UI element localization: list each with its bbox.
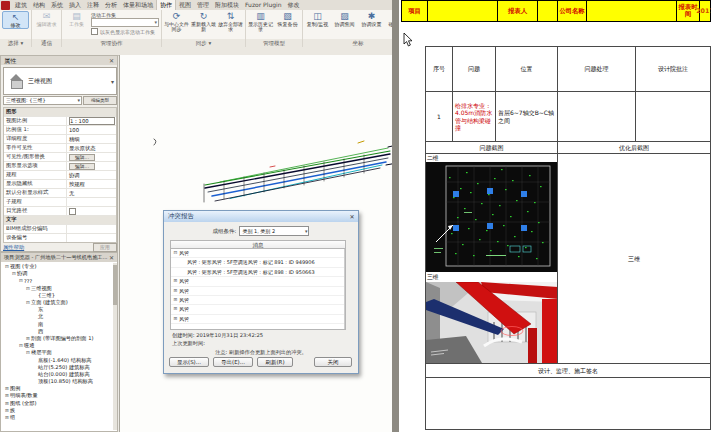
edit-button[interactable]: 编辑... bbox=[69, 154, 95, 161]
ribbon-group-label[interactable]: 管理模型 bbox=[246, 39, 302, 47]
header-reporter-value[interactable] bbox=[537, 0, 558, 22]
ribbon-group-label[interactable]: 坐标 bbox=[303, 39, 399, 47]
revit-logo-icon[interactable] bbox=[1, 1, 10, 10]
ribbon-button-5-1[interactable]: ▨协调查阅 bbox=[332, 11, 357, 27]
property-value[interactable]: 无 bbox=[66, 189, 116, 197]
close-button[interactable]: 关闭 bbox=[314, 357, 352, 367]
optimized-3d-cell[interactable]: 三维 bbox=[557, 153, 711, 364]
ribbon-button-5-2[interactable]: ✱协调设置 bbox=[359, 11, 384, 27]
ribbon-button-2-0[interactable]: ▤工作集 bbox=[64, 11, 89, 27]
tree-item[interactable]: ⊟??? bbox=[2, 277, 112, 284]
dialog-scrollbar[interactable] bbox=[344, 249, 346, 329]
ribbon-tab-3[interactable]: 插入 bbox=[66, 0, 84, 10]
ribbon-button-4-1[interactable]: ▧恢复备份 bbox=[275, 11, 300, 27]
signature-box[interactable] bbox=[425, 377, 711, 430]
ribbon-group-label[interactable]: 通信 bbox=[32, 39, 61, 47]
property-value[interactable]: 编辑... bbox=[66, 162, 116, 170]
ribbon-button-4-0[interactable]: ▥显示历史记录 bbox=[248, 11, 273, 33]
tree-item[interactable]: ⊟楼层平面 bbox=[2, 349, 112, 356]
property-value[interactable]: 精细 bbox=[66, 135, 116, 143]
expand-icon[interactable]: ⊞ bbox=[172, 287, 179, 295]
ribbon-tab-11[interactable]: Fuzor Plugin bbox=[242, 0, 285, 10]
ribbon-button-3-1[interactable]: ↻重新载入最新 bbox=[191, 11, 216, 33]
tree-item[interactable]: ⊟协调 bbox=[2, 270, 112, 277]
tree-item[interactable]: ⊞族 bbox=[2, 407, 112, 414]
property-value[interactable]: 显示原状态 bbox=[66, 144, 116, 152]
property-value[interactable]: 协调 bbox=[66, 171, 116, 179]
type-selector[interactable]: 三维视图 ▾ bbox=[3, 67, 117, 95]
tree-scrollbar[interactable] bbox=[113, 263, 117, 430]
conflict-row[interactable]: ⊞风管 bbox=[171, 296, 345, 305]
tree-item[interactable]: ⊞图纸 (全部) bbox=[2, 400, 112, 407]
ribbon-tab-1[interactable]: 结构 bbox=[30, 0, 48, 10]
export-button[interactable]: 导出(E)... bbox=[213, 357, 253, 367]
active-workset-select[interactable] bbox=[91, 18, 159, 27]
message-column-header[interactable]: 消息 bbox=[170, 240, 346, 248]
ribbon-tab-2[interactable]: 系统 bbox=[48, 0, 66, 10]
ribbon-group-label[interactable]: 选择 ▾ bbox=[0, 39, 31, 47]
row1-handling[interactable] bbox=[557, 91, 636, 142]
ribbon-tab-7[interactable]: 协作 bbox=[156, 0, 176, 10]
ribbon-tab-6[interactable]: 体量和场地 bbox=[120, 0, 156, 10]
ribbon-tab-10[interactable]: 附加模块 bbox=[212, 0, 242, 10]
tree-item[interactable]: 东 bbox=[2, 306, 112, 313]
tree-item[interactable]: ⊟立面 (建筑立面) bbox=[2, 299, 112, 306]
property-value[interactable] bbox=[66, 234, 116, 242]
property-value[interactable]: 编辑... bbox=[66, 153, 116, 161]
conflict-list[interactable]: ⊟风管风管 : 矩形风管 : 5F空调送风管 : 标记 891 : ID 949… bbox=[170, 248, 346, 330]
tree-item[interactable]: ⊟三维视图 bbox=[2, 285, 112, 292]
property-value[interactable] bbox=[66, 225, 116, 233]
tree-item[interactable]: 顶板(10.850) 结构标高 bbox=[2, 378, 112, 385]
tree-item[interactable]: ⊞明细表/数量 bbox=[2, 392, 112, 399]
tree-item[interactable]: 底板(-1.640) 结构标高 bbox=[2, 356, 112, 363]
tree-item[interactable]: ⊞组 bbox=[2, 414, 112, 421]
conflict-row[interactable]: ⊞风管 bbox=[171, 277, 345, 286]
checkbox-icon[interactable] bbox=[69, 208, 76, 215]
conflict-row[interactable]: ⊞风管 bbox=[171, 305, 345, 314]
conflict-row[interactable]: ⊞风管 bbox=[171, 287, 345, 296]
row1-design-note[interactable] bbox=[635, 91, 711, 142]
expand-icon[interactable]: ⊟ bbox=[172, 249, 179, 257]
properties-close-icon[interactable]: ✕ bbox=[109, 56, 114, 65]
ribbon-group-label[interactable]: 同步 ▾ bbox=[162, 39, 245, 47]
conflict-row[interactable]: ⊟风管 bbox=[171, 249, 345, 258]
header-project-value[interactable] bbox=[427, 0, 498, 22]
header-company-value[interactable] bbox=[586, 0, 677, 22]
gray-inactive-checkbox[interactable]: 以灰色显示非活动工作集 bbox=[91, 28, 159, 35]
property-value[interactable]: 按规程 bbox=[66, 180, 116, 188]
refresh-button[interactable]: 刷新(R) bbox=[257, 357, 293, 367]
property-value[interactable]: 100 bbox=[66, 126, 116, 134]
ribbon-tab-5[interactable]: 分析 bbox=[102, 0, 120, 10]
expand-icon[interactable]: ⊞ bbox=[172, 296, 179, 304]
dialog-close-icon[interactable]: ✕ bbox=[346, 211, 358, 222]
ribbon-button-3-0[interactable]: ⟳与中心文件同步 bbox=[164, 11, 189, 33]
edit-type-button[interactable]: 编辑类型 bbox=[83, 96, 117, 105]
group-by-select[interactable]: 类别 1, 类别 2 bbox=[239, 226, 309, 236]
property-value[interactable]: 1 : 100 bbox=[66, 117, 116, 125]
tree-item[interactable]: 北 bbox=[2, 313, 112, 320]
tree-item[interactable]: 站台(0.000) 建筑标高 bbox=[2, 371, 112, 378]
ribbon-tab-0[interactable]: 建筑 bbox=[12, 0, 30, 10]
property-value-box[interactable]: 1 : 100 bbox=[69, 117, 115, 125]
header-time-value[interactable]: 2017 bbox=[699, 0, 711, 22]
properties-help-link[interactable]: 属性帮助 bbox=[3, 244, 24, 251]
ribbon-button-5-0[interactable]: ◫复制/监视 bbox=[305, 11, 330, 27]
tree-item[interactable]: 南 bbox=[2, 321, 112, 328]
property-value[interactable] bbox=[66, 198, 116, 206]
project-browser-close-icon[interactable]: ✕ bbox=[109, 253, 114, 262]
ribbon-button-1-0[interactable]: ✉编辑请求 bbox=[34, 11, 59, 27]
expand-icon[interactable]: ⊞ bbox=[172, 305, 179, 313]
expand-icon[interactable]: ⊞ bbox=[172, 315, 179, 323]
dialog-title-bar[interactable]: 冲突报告 ✕ bbox=[164, 211, 358, 222]
ribbon-button-3-2[interactable]: ⇅放弃全部请求 bbox=[218, 11, 243, 33]
edit-button[interactable]: 编辑... bbox=[69, 163, 95, 170]
ribbon-button-0-0[interactable]: ↖修改 bbox=[2, 11, 29, 29]
conflict-row[interactable]: 风管 : 矩形风管 : 5F空调送风管 : 标记 891 : ID 949906 bbox=[171, 258, 345, 267]
ribbon-tab-9[interactable]: 管理 bbox=[194, 0, 212, 10]
ribbon-group-label[interactable]: 管理协作 bbox=[62, 39, 161, 47]
tree-item[interactable]: 西 bbox=[2, 328, 112, 335]
tree-item[interactable]: ⊞剖面 (带详图编号的剖面 1) bbox=[2, 335, 112, 342]
apply-button[interactable]: 应用 bbox=[93, 243, 117, 252]
conflict-row[interactable]: ⊞风管 bbox=[171, 315, 345, 324]
ribbon-tab-8[interactable]: 视图 bbox=[176, 0, 194, 10]
